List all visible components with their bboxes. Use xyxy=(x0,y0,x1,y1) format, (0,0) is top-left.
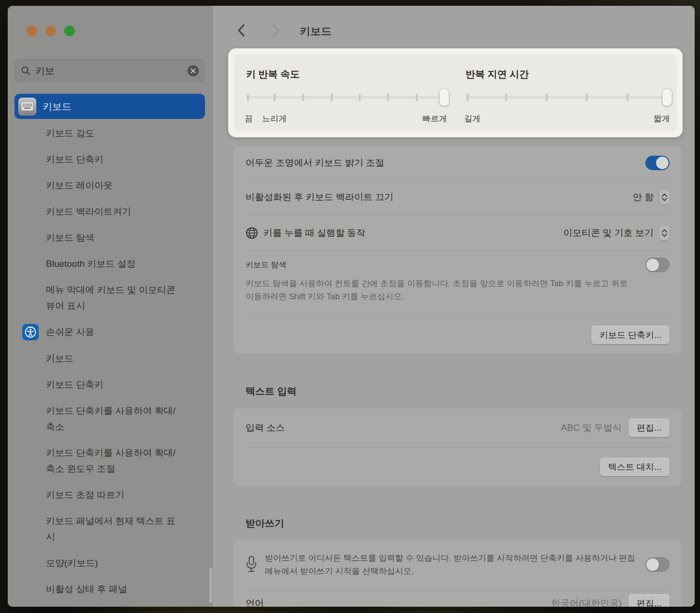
back-button[interactable] xyxy=(234,22,249,41)
sidebar-item-label: 키보드 레이아웃 xyxy=(46,177,181,193)
brightness-toggle[interactable] xyxy=(645,156,670,170)
sidebar-item-keyboard-shortcuts[interactable]: 키보드 단축키 xyxy=(15,151,181,167)
search-icon xyxy=(21,66,30,75)
sidebar-item-keyboard-sensitivity[interactable]: 키보드 감도 xyxy=(15,125,181,141)
backlight-off-popup[interactable] xyxy=(659,190,670,204)
sidebar-item-keyboard-navigation[interactable]: 키보드 탐색 xyxy=(15,230,181,246)
sidebar-item-acc-focus-follow[interactable]: 키보드 초점 따르기 xyxy=(15,487,181,503)
sidebar-item-label: 키보드 탐색 xyxy=(46,230,181,246)
sidebar-item-label: 메뉴 막대에 키보드 및 이모티콘 뷰어 표시 xyxy=(46,282,181,314)
slider-tick xyxy=(302,94,304,101)
highlighted-setting-group: 키 반복 속도 끔 느리게 xyxy=(228,48,683,137)
keyboard-shortcuts-button[interactable]: 키보드 단축키... xyxy=(591,326,670,344)
edit-language-button[interactable]: 편집... xyxy=(628,594,670,607)
zoom-window-button[interactable] xyxy=(64,26,75,36)
text-input-card: 입력 소스 ABC 및 두벌식 편집... 텍스트 대치... xyxy=(233,409,682,486)
scale-label-slow: 느리게 xyxy=(262,113,287,124)
globe-key-value: 이모티콘 및 기호 보기 xyxy=(563,227,654,239)
sidebar-item-accessibility[interactable]: 손쉬운 사용 xyxy=(15,324,208,340)
toggle-knob xyxy=(656,157,669,169)
slider-thumb[interactable] xyxy=(662,88,672,106)
slider-tick xyxy=(387,94,389,101)
sidebar-item-menubar-viewer[interactable]: 메뉴 막대에 키보드 및 이모티콘 뷰어 표시 xyxy=(15,282,181,314)
brightness-label: 어두운 조명에서 키보드 밝기 조절 xyxy=(246,157,384,169)
globe-key-popup[interactable] xyxy=(659,226,670,240)
edit-input-sources-button[interactable]: 편집... xyxy=(628,419,670,437)
repeat-sliders-panel: 키 반복 속도 끔 느리게 xyxy=(233,54,677,132)
key-repeat-slider[interactable] xyxy=(246,88,445,107)
input-source-label: 입력 소스 xyxy=(246,422,285,434)
language-label: 언어 xyxy=(246,597,264,607)
sidebar-item-acc-zoom-window[interactable]: 키보드 단축키를 사용하여 확대/축소 윈도우 조절 xyxy=(15,445,181,477)
system-settings-window: 키보드 키보드 감도 키보드 단축키 키보드 레이아웃 키보드 백라이트켜기 키… xyxy=(8,6,695,607)
sidebar-item-acc-shortcuts[interactable]: 키보드 단축키 xyxy=(15,377,181,393)
shortcuts-button-row: 키보드 단축키... xyxy=(233,317,682,353)
scale-label-short: 짧게 xyxy=(654,113,670,124)
repeat-delay-label: 반복 지연 시간 xyxy=(466,68,668,81)
sidebar-item-bluetooth-keyboard[interactable]: Bluetooth 키보드 설정 xyxy=(15,256,181,272)
keyboard-nav-description: 키보드 탐색을 사용하여 컨트롤 간에 초점을 이동합니다. 초점을 앞으로 이… xyxy=(246,277,637,303)
brightness-row: 어두운 조명에서 키보드 밝기 조절 xyxy=(233,146,682,179)
sidebar-scrollbar[interactable] xyxy=(209,568,212,603)
backlight-off-value: 안 함 xyxy=(633,191,654,204)
microphone-icon xyxy=(246,555,257,574)
sidebar-item-label: 모양(키보드) xyxy=(46,555,181,571)
search-input[interactable] xyxy=(35,65,188,76)
toggle-knob xyxy=(646,558,659,571)
slider-thumb[interactable] xyxy=(439,88,449,106)
slider-tick xyxy=(359,94,361,101)
chevron-down-icon xyxy=(662,198,667,201)
dictation-toggle[interactable] xyxy=(645,557,670,572)
sidebar-item-label: 키보드 패널에서 현재 텍스트 표시 xyxy=(46,513,181,545)
sidebar-item-label: 키보드 백라이트켜기 xyxy=(46,204,181,219)
backlight-off-label: 비활성화된 후 키보드 백라이트 끄기 xyxy=(246,191,394,204)
sidebar-item-acc-appearance[interactable]: 모양(키보드) xyxy=(15,555,181,571)
main-pane: 키보드 키 반복 속도 xyxy=(214,6,695,607)
sidebar-item-label: 키보드 초점 따르기 xyxy=(46,487,181,503)
keyboard-nav-row: 키보드 탐색 키보드 탐색을 사용하여 컨트롤 간에 초점을 이동합니다. 초점… xyxy=(233,251,682,317)
input-source-value: ABC 및 두벌식 xyxy=(561,422,622,434)
keyboard-nav-toggle[interactable] xyxy=(645,258,670,272)
sidebar-item-acc-inactive-panel[interactable]: 비활성 상태 후 패널 xyxy=(15,581,181,597)
chevron-up-icon xyxy=(662,193,667,197)
sidebar-item-acc-panel-text[interactable]: 키보드 패널에서 현재 텍스트 표시 xyxy=(15,513,181,545)
slider-tick xyxy=(467,94,468,101)
chevron-up-icon xyxy=(662,229,667,233)
keyboard-settings-card: 어두운 조명에서 키보드 밝기 조절 비활성화된 후 키보드 백라이트 끄기 안… xyxy=(233,146,682,353)
dictation-row: 받아쓰기로 어디서든 텍스트를 입력할 수 있습니다. 받아쓰기를 시작하려면 … xyxy=(233,539,682,590)
text-replacements-button[interactable]: 텍스트 대치... xyxy=(600,458,670,476)
repeat-delay-slider[interactable] xyxy=(466,88,668,107)
sidebar-item-acc-keyboard[interactable]: 키보드 xyxy=(15,350,181,366)
sidebar-item-keyboard-backlight[interactable]: 키보드 백라이트켜기 xyxy=(15,204,181,219)
clear-search-icon[interactable] xyxy=(188,65,199,76)
forward-button[interactable] xyxy=(268,22,283,41)
sidebar-item-label: 키보드 xyxy=(46,350,181,366)
scale-label-off: 끔 xyxy=(245,113,253,124)
keyboard-icon xyxy=(18,98,36,116)
sidebar-item-label: 키보드 xyxy=(43,100,72,113)
dictation-card: 받아쓰기로 어디서든 텍스트를 입력할 수 있습니다. 받아쓰기를 시작하려면 … xyxy=(233,539,682,607)
dictation-description: 받아쓰기로 어디서든 텍스트를 입력할 수 있습니다. 받아쓰기를 시작하려면 … xyxy=(265,552,642,578)
sidebar-item-acc-zoom-shortcut[interactable]: 키보드 단축키를 사용하여 확대/축소 xyxy=(15,403,181,435)
sidebar-item-keyboard-selected[interactable]: 키보드 xyxy=(15,94,205,119)
input-source-row: 입력 소스 ABC 및 두벌식 편집... xyxy=(233,409,682,447)
minimize-window-button[interactable] xyxy=(45,26,56,36)
slider-tick xyxy=(586,94,588,101)
dictation-language-row: 언어 한국어(대한민국) 편집... xyxy=(233,591,682,607)
sidebar-item-label: 키보드 단축키를 사용하여 확대/축소 xyxy=(46,403,181,435)
key-repeat-section: 키 반복 속도 끔 느리게 xyxy=(246,54,445,131)
sidebar-item-keyboard-layouts[interactable]: 키보드 레이아웃 xyxy=(15,177,181,193)
slider-tick xyxy=(505,94,507,101)
slider-tick xyxy=(546,94,548,101)
backlight-off-row: 비활성화된 후 키보드 백라이트 끄기 안 함 xyxy=(233,179,682,215)
globe-key-label: 키를 누를 때 실행할 동작 xyxy=(263,227,365,239)
key-repeat-scale-labels: 끔 느리게 빠르게 xyxy=(246,113,445,124)
sidebar-item-label: 키보드 감도 xyxy=(46,125,181,141)
sidebar-item-label: 키보드 단축키 xyxy=(46,151,181,167)
slider-tick xyxy=(331,94,333,101)
sidebar-item-label: 손쉬운 사용 xyxy=(46,326,94,338)
search-field[interactable] xyxy=(15,59,205,82)
dictation-section-title: 받아쓰기 xyxy=(246,517,284,530)
close-window-button[interactable] xyxy=(27,26,37,36)
text-input-section-title: 텍스트 입력 xyxy=(246,385,297,398)
